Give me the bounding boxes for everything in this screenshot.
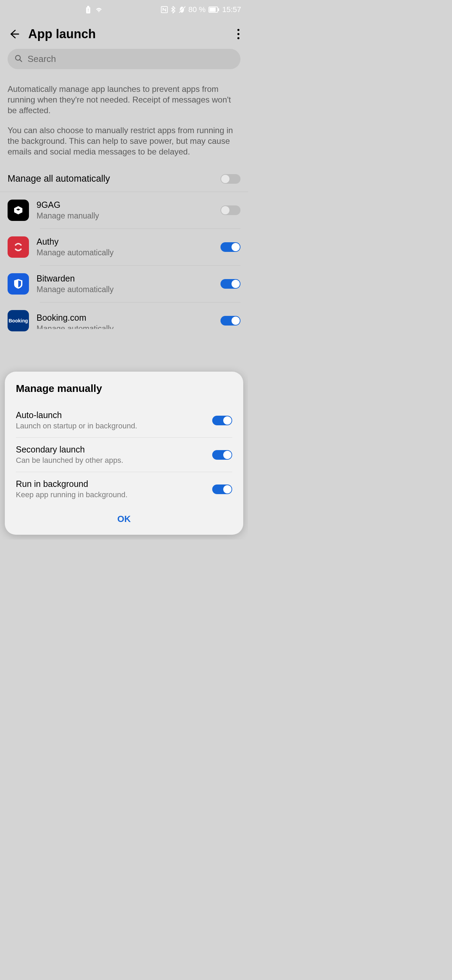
ok-button[interactable]: OK [5, 506, 243, 528]
svg-rect-1 [87, 6, 89, 7]
app-name: Authy [37, 237, 213, 247]
wifi-icon [95, 6, 103, 13]
dialog-title: Manage manually [5, 383, 243, 403]
dialog-sub: Keep app running in background. [16, 490, 205, 499]
search-input[interactable]: Search [8, 49, 240, 69]
app-list: 9GAG Manage manually Authy Manage automa… [0, 192, 248, 334]
mute-icon [178, 6, 186, 13]
app-row-authy[interactable]: Authy Manage automatically [0, 229, 248, 265]
svg-point-10 [237, 33, 240, 35]
nfc-icon [161, 6, 168, 13]
app-sub: Manage automatically [37, 324, 213, 329]
app-sub: Manage manually [37, 211, 213, 221]
description-p2: You can also choose to manually restrict… [8, 125, 240, 157]
svg-point-11 [237, 37, 240, 39]
description: Automatically manage app launches to pre… [0, 75, 248, 157]
dialog-label: Secondary launch [16, 445, 205, 455]
more-icon[interactable] [237, 29, 240, 40]
dialog-label: Auto-launch [16, 410, 205, 420]
search-placeholder: Search [27, 54, 56, 64]
back-icon[interactable] [8, 28, 20, 40]
app-name: 9GAG [37, 200, 213, 210]
app-icon-booking: Booking [8, 310, 29, 331]
app-name: Bitwarden [37, 274, 213, 283]
bluetooth-icon [171, 6, 176, 13]
status-bar: ! 80 % 15:57 [0, 0, 248, 19]
app-icon-9gag [8, 200, 29, 221]
app-icon-authy [8, 236, 29, 258]
svg-rect-7 [209, 8, 216, 12]
search-icon [14, 54, 23, 64]
manage-all-label: Manage all automatically [8, 173, 220, 184]
app-sub: Manage automatically [37, 248, 213, 258]
manage-all-toggle[interactable] [220, 174, 240, 184]
description-p1: Automatically manage app launches to pre… [8, 84, 240, 116]
clock: 15:57 [222, 5, 241, 14]
header: App launch [0, 19, 248, 49]
app-row-9gag[interactable]: 9GAG Manage manually [0, 192, 248, 229]
secondary-launch-toggle[interactable] [212, 450, 232, 460]
manage-manually-dialog: Manage manually Auto-launch Launch on st… [5, 372, 243, 535]
dialog-row-auto-launch[interactable]: Auto-launch Launch on startup or in back… [5, 403, 243, 438]
app-toggle-authy[interactable] [220, 242, 240, 252]
run-background-toggle[interactable] [212, 485, 232, 494]
app-icon-bitwarden [8, 273, 29, 294]
app-sub: Manage automatically [37, 285, 213, 294]
dialog-sub: Can be launched by other apps. [16, 456, 205, 465]
app-toggle-9gag[interactable] [220, 205, 240, 215]
svg-line-13 [20, 59, 22, 62]
dialog-row-run-background[interactable]: Run in background Keep app running in ba… [5, 472, 243, 506]
warning-icon: ! [85, 6, 91, 13]
svg-point-9 [237, 29, 240, 31]
dialog-label: Run in background [16, 479, 205, 489]
app-toggle-booking[interactable] [220, 316, 240, 326]
auto-launch-toggle[interactable] [212, 416, 232, 425]
screen: ! 80 % 15:57 App lau [0, 0, 248, 539]
app-name: Booking.com [37, 313, 213, 323]
dialog-sub: Launch on startup or in background. [16, 422, 205, 431]
app-toggle-bitwarden[interactable] [220, 279, 240, 289]
app-row-booking[interactable]: Booking Booking.com Manage automatically [0, 302, 248, 334]
manage-all-row[interactable]: Manage all automatically [0, 166, 248, 192]
svg-text:!: ! [88, 8, 89, 13]
battery-percent: 80 % [188, 5, 206, 14]
battery-icon [208, 6, 219, 13]
app-row-bitwarden[interactable]: Bitwarden Manage automatically [0, 266, 248, 302]
svg-rect-8 [218, 8, 219, 11]
dialog-row-secondary-launch[interactable]: Secondary launch Can be launched by othe… [5, 438, 243, 472]
page-title: App launch [28, 27, 229, 41]
